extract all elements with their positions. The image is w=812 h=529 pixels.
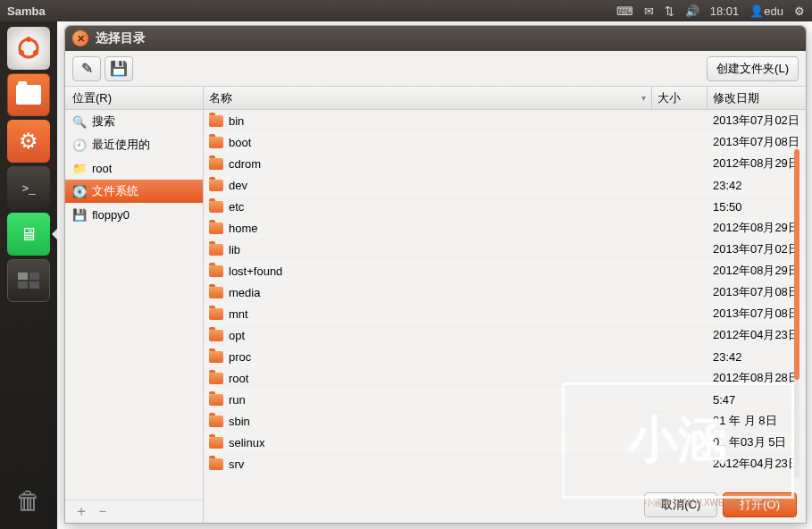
volume-icon[interactable]: 🔊 <box>685 4 699 18</box>
file-row[interactable]: mnt2013年07月08日 <box>204 303 806 324</box>
sidebar-item-label: floppy0 <box>92 208 130 222</box>
folder-icon <box>209 201 223 213</box>
clock[interactable]: 18:01 <box>710 4 740 18</box>
folder-icon <box>209 223 223 234</box>
sidebar-item-label: 搜索 <box>92 113 115 130</box>
file-row[interactable]: bin2013年07月02日 <box>204 110 806 131</box>
file-date: 15:50 <box>707 200 806 214</box>
file-name: proc <box>229 350 251 364</box>
file-date: 23:42 <box>707 179 806 192</box>
remove-place-button[interactable]: － <box>96 502 110 521</box>
folder-icon <box>209 330 223 341</box>
file-row[interactable]: cdrom2012年08月29日 <box>204 153 806 174</box>
folder-icon <box>209 437 223 449</box>
add-place-button[interactable]: ＋ <box>74 502 88 521</box>
places-header: 位置(R) <box>65 87 203 110</box>
file-date: 2013年07月08日 <box>707 134 806 150</box>
file-row[interactable]: media2013年07月08日 <box>204 281 806 303</box>
close-icon[interactable]: ✕ <box>72 30 88 46</box>
file-date: 2012年08月29日 <box>707 220 806 236</box>
sidebar-item-搜索[interactable]: 🔍搜索 <box>65 110 203 133</box>
file-date: 2013年07月08日 <box>707 284 806 300</box>
file-name: lost+found <box>229 264 282 278</box>
folder-icon <box>209 180 223 191</box>
dialog-toolbar: ✎ 💾 创建文件夹(L) <box>65 51 806 87</box>
dialog-titlebar[interactable]: ✕ 选择目录 <box>65 26 806 51</box>
watermark-sub: 小涵网 (WWW.XWE.NW.COM)专用 <box>644 497 785 509</box>
mail-icon[interactable]: ✉ <box>644 4 654 18</box>
folder-icon <box>209 287 223 298</box>
disk-button[interactable]: 💾 <box>105 56 133 81</box>
folder-icon <box>209 416 223 427</box>
unity-launcher: ⚙ >_ 🖥 🗑 <box>0 21 57 529</box>
sidebar-item-label: root <box>92 162 112 175</box>
folder-icon <box>209 265 223 277</box>
svg-point-3 <box>19 50 24 55</box>
system-tray: ⌨ ✉ ⇅ 🔊 18:01 👤 edu ⚙ <box>616 4 805 18</box>
top-menubar: Samba ⌨ ✉ ⇅ 🔊 18:01 👤 edu ⚙ <box>0 0 812 21</box>
edit-path-button[interactable]: ✎ <box>72 56 101 81</box>
file-name: root <box>229 372 248 385</box>
floppy-icon: 💾 <box>72 208 87 222</box>
file-name: media <box>229 286 260 299</box>
folder-icon <box>209 458 223 470</box>
folder-icon <box>209 373 223 384</box>
places-toolbar: ＋ － <box>65 500 203 523</box>
file-name: lib <box>229 243 240 256</box>
sidebar-item-文件系统[interactable]: 💽文件系统 <box>65 180 203 203</box>
user-menu[interactable]: 👤 edu <box>749 4 783 18</box>
folder-icon <box>209 244 223 256</box>
file-row[interactable]: dev23:42 <box>204 174 806 196</box>
watermark: 小涵 <box>562 382 794 499</box>
disk-icon: 💽 <box>72 185 87 198</box>
file-name: mnt <box>229 307 248 321</box>
folder-icon <box>209 351 223 363</box>
file-name: opt <box>229 329 245 342</box>
file-date: 23:42 <box>707 350 806 364</box>
sidebar-item-最近使用的[interactable]: 🕘最近使用的 <box>65 133 203 156</box>
file-date: 2012年08月29日 <box>707 263 806 279</box>
scrollbar[interactable] <box>794 149 799 478</box>
file-row[interactable]: lib2013年07月02日 <box>204 239 806 260</box>
sidebar-item-label: 文件系统 <box>92 183 138 199</box>
file-row[interactable]: proc23:42 <box>204 346 806 367</box>
places-sidebar: 位置(R) 🔍搜索🕘最近使用的📁root💽文件系统💾floppy0 ＋ － <box>65 87 204 523</box>
folder-icon <box>209 158 223 170</box>
file-row[interactable]: etc15:50 <box>204 196 806 217</box>
svg-point-2 <box>33 50 38 55</box>
launcher-settings[interactable]: ⚙ <box>7 120 50 163</box>
file-row[interactable]: lost+found2012年08月29日 <box>204 260 806 281</box>
file-date: 2012年04月23日 <box>707 327 806 343</box>
sidebar-item-floppy0[interactable]: 💾floppy0 <box>65 203 203 226</box>
launcher-trash[interactable]: 🗑 <box>7 479 50 522</box>
app-title: Samba <box>7 4 46 18</box>
file-row[interactable]: opt2012年04月23日 <box>204 324 806 346</box>
file-name: etc <box>229 200 244 214</box>
column-size[interactable]: 大小 <box>652 87 707 109</box>
launcher-terminal[interactable]: >_ <box>7 166 50 209</box>
launcher-workspace[interactable] <box>7 259 50 302</box>
folder-icon <box>209 137 223 148</box>
network-icon[interactable]: ⇅ <box>665 4 674 18</box>
file-name: srv <box>229 458 244 471</box>
file-name: boot <box>229 136 251 149</box>
sidebar-item-root[interactable]: 📁root <box>65 156 203 180</box>
gear-icon[interactable]: ⚙ <box>794 4 805 18</box>
column-date[interactable]: 修改日期 <box>707 87 806 109</box>
column-name[interactable]: 名称▾ <box>204 87 652 109</box>
new-folder-button[interactable]: 创建文件夹(L) <box>707 56 799 81</box>
file-row[interactable]: home2012年08月29日 <box>204 217 806 239</box>
launcher-samba[interactable]: 🖥 <box>7 213 50 256</box>
file-name: selinux <box>229 436 264 449</box>
scrollbar-thumb[interactable] <box>794 149 799 380</box>
folder-icon <box>209 308 223 320</box>
keyboard-icon[interactable]: ⌨ <box>616 4 633 18</box>
launcher-files[interactable] <box>7 73 50 116</box>
dialog-title: 选择目录 <box>96 30 146 46</box>
file-date: 2013年07月02日 <box>707 241 806 257</box>
file-row[interactable]: boot2013年07月08日 <box>204 131 806 153</box>
search-icon: 🔍 <box>72 115 87 129</box>
launcher-dash[interactable] <box>7 27 50 70</box>
file-date: 2013年07月02日 <box>707 113 806 129</box>
file-name: run <box>229 393 246 407</box>
